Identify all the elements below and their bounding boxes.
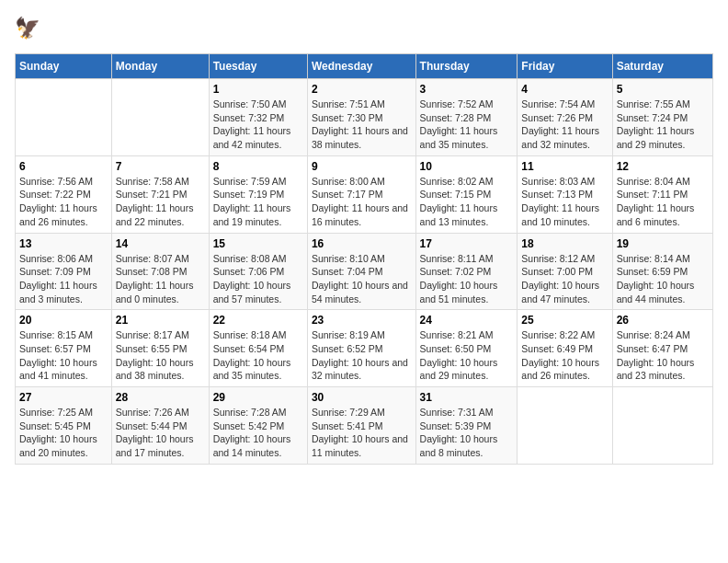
day-detail: Sunrise: 7:52 AMSunset: 7:28 PMDaylight:… [420,98,514,152]
day-number: 7 [116,160,205,173]
calendar-cell: 16Sunrise: 8:10 AMSunset: 7:04 PMDayligh… [307,233,415,310]
day-detail: Sunrise: 8:00 AMSunset: 7:17 PMDaylight:… [312,175,412,229]
day-detail: Sunrise: 7:51 AMSunset: 7:30 PMDaylight:… [312,98,412,152]
day-detail: Sunrise: 7:58 AMSunset: 7:21 PMDaylight:… [116,175,205,229]
calendar-cell: 25Sunrise: 8:22 AMSunset: 6:49 PMDayligh… [518,310,612,387]
day-detail: Sunrise: 8:24 AMSunset: 6:47 PMDaylight:… [617,328,709,383]
calendar-week-row: 20Sunrise: 8:15 AMSunset: 6:57 PMDayligh… [16,310,713,387]
calendar-cell: 18Sunrise: 8:12 AMSunset: 7:00 PMDayligh… [518,233,612,310]
calendar-cell [111,79,209,156]
calendar-cell: 21Sunrise: 8:17 AMSunset: 6:55 PMDayligh… [111,310,209,387]
weekday-header: Wednesday [307,54,415,79]
day-detail: Sunrise: 7:31 AMSunset: 5:39 PMDaylight:… [420,406,514,460]
day-number: 17 [420,237,514,250]
weekday-header: Sunday [16,54,112,79]
day-detail: Sunrise: 8:21 AMSunset: 6:50 PMDaylight:… [420,328,514,383]
day-detail: Sunrise: 8:10 AMSunset: 7:04 PMDaylight:… [312,252,412,306]
day-detail: Sunrise: 8:11 AMSunset: 7:02 PMDaylight:… [420,252,514,306]
calendar-cell: 13Sunrise: 8:06 AMSunset: 7:09 PMDayligh… [16,233,112,310]
calendar-cell: 29Sunrise: 7:28 AMSunset: 5:42 PMDayligh… [209,387,307,465]
calendar-cell: 2Sunrise: 7:51 AMSunset: 7:30 PMDaylight… [307,79,415,156]
calendar-cell: 10Sunrise: 8:02 AMSunset: 7:15 PMDayligh… [415,155,518,233]
day-number: 28 [116,391,205,404]
day-detail: Sunrise: 7:50 AMSunset: 7:32 PMDaylight:… [213,98,303,152]
day-number: 8 [213,160,303,173]
day-detail: Sunrise: 8:19 AMSunset: 6:52 PMDaylight:… [312,328,412,383]
day-number: 14 [116,237,205,250]
day-number: 2 [312,83,412,96]
day-number: 25 [521,314,608,327]
day-detail: Sunrise: 8:12 AMSunset: 7:00 PMDaylight:… [521,252,608,306]
weekday-header: Monday [111,54,209,79]
calendar-week-row: 1Sunrise: 7:50 AMSunset: 7:32 PMDaylight… [16,79,713,156]
day-detail: Sunrise: 8:04 AMSunset: 7:11 PMDaylight:… [617,175,709,229]
calendar-body: 1Sunrise: 7:50 AMSunset: 7:32 PMDaylight… [16,79,713,465]
day-number: 30 [312,391,412,404]
day-number: 1 [213,83,303,96]
day-number: 16 [312,237,412,250]
calendar-cell: 31Sunrise: 7:31 AMSunset: 5:39 PMDayligh… [415,387,518,465]
day-detail: Sunrise: 8:18 AMSunset: 6:54 PMDaylight:… [213,328,303,383]
calendar-cell: 3Sunrise: 7:52 AMSunset: 7:28 PMDaylight… [415,79,518,156]
calendar-table: SundayMondayTuesdayWednesdayThursdayFrid… [15,53,713,465]
day-detail: Sunrise: 7:56 AMSunset: 7:22 PMDaylight:… [19,175,108,229]
calendar-cell: 19Sunrise: 8:14 AMSunset: 6:59 PMDayligh… [612,233,712,310]
day-number: 15 [213,237,303,250]
calendar-cell: 17Sunrise: 8:11 AMSunset: 7:02 PMDayligh… [415,233,518,310]
calendar-cell: 9Sunrise: 8:00 AMSunset: 7:17 PMDaylight… [307,155,415,233]
day-detail: Sunrise: 7:28 AMSunset: 5:42 PMDaylight:… [213,406,303,460]
day-detail: Sunrise: 8:03 AMSunset: 7:13 PMDaylight:… [521,175,608,229]
day-detail: Sunrise: 8:22 AMSunset: 6:49 PMDaylight:… [521,328,608,383]
calendar-cell: 12Sunrise: 8:04 AMSunset: 7:11 PMDayligh… [612,155,712,233]
day-number: 11 [521,160,608,173]
logo: 🦅 [15,15,48,44]
svg-text:🦅: 🦅 [15,16,40,40]
calendar-cell: 5Sunrise: 7:55 AMSunset: 7:24 PMDaylight… [612,79,712,156]
calendar-cell: 27Sunrise: 7:25 AMSunset: 5:45 PMDayligh… [16,387,112,465]
day-number: 26 [617,314,709,327]
calendar-header-row: SundayMondayTuesdayWednesdayThursdayFrid… [16,54,713,79]
day-number: 4 [521,83,608,96]
calendar-cell: 22Sunrise: 8:18 AMSunset: 6:54 PMDayligh… [209,310,307,387]
day-number: 13 [19,237,108,250]
day-number: 6 [19,160,108,173]
day-detail: Sunrise: 7:25 AMSunset: 5:45 PMDaylight:… [19,406,108,460]
calendar-cell: 4Sunrise: 7:54 AMSunset: 7:26 PMDaylight… [518,79,612,156]
calendar-cell [16,79,112,156]
day-detail: Sunrise: 7:59 AMSunset: 7:19 PMDaylight:… [213,175,303,229]
weekday-header: Thursday [415,54,518,79]
day-number: 20 [19,314,108,327]
calendar-week-row: 13Sunrise: 8:06 AMSunset: 7:09 PMDayligh… [16,233,713,310]
calendar-cell: 8Sunrise: 7:59 AMSunset: 7:19 PMDaylight… [209,155,307,233]
day-detail: Sunrise: 7:55 AMSunset: 7:24 PMDaylight:… [617,98,709,152]
day-number: 10 [420,160,514,173]
day-number: 31 [420,391,514,404]
calendar-week-row: 27Sunrise: 7:25 AMSunset: 5:45 PMDayligh… [16,387,713,465]
day-detail: Sunrise: 8:02 AMSunset: 7:15 PMDaylight:… [420,175,514,229]
weekday-header: Tuesday [209,54,307,79]
day-detail: Sunrise: 8:07 AMSunset: 7:08 PMDaylight:… [116,252,205,306]
day-number: 3 [420,83,514,96]
calendar-cell [612,387,712,465]
day-detail: Sunrise: 8:17 AMSunset: 6:55 PMDaylight:… [116,328,205,383]
calendar-cell: 7Sunrise: 7:58 AMSunset: 7:21 PMDaylight… [111,155,209,233]
calendar-cell: 1Sunrise: 7:50 AMSunset: 7:32 PMDaylight… [209,79,307,156]
day-detail: Sunrise: 8:15 AMSunset: 6:57 PMDaylight:… [19,328,108,383]
calendar-cell: 23Sunrise: 8:19 AMSunset: 6:52 PMDayligh… [307,310,415,387]
day-detail: Sunrise: 8:14 AMSunset: 6:59 PMDaylight:… [617,252,709,306]
calendar-cell: 11Sunrise: 8:03 AMSunset: 7:13 PMDayligh… [518,155,612,233]
calendar-cell: 15Sunrise: 8:08 AMSunset: 7:06 PMDayligh… [209,233,307,310]
day-number: 29 [213,391,303,404]
calendar-cell [518,387,612,465]
day-number: 21 [116,314,205,327]
calendar-cell: 24Sunrise: 8:21 AMSunset: 6:50 PMDayligh… [415,310,518,387]
calendar-cell: 28Sunrise: 7:26 AMSunset: 5:44 PMDayligh… [111,387,209,465]
day-number: 22 [213,314,303,327]
day-number: 24 [420,314,514,327]
calendar-week-row: 6Sunrise: 7:56 AMSunset: 7:22 PMDaylight… [16,155,713,233]
logo-bird-icon: 🦅 [15,15,44,44]
day-number: 18 [521,237,608,250]
day-detail: Sunrise: 8:08 AMSunset: 7:06 PMDaylight:… [213,252,303,306]
day-detail: Sunrise: 7:54 AMSunset: 7:26 PMDaylight:… [521,98,608,152]
day-detail: Sunrise: 8:06 AMSunset: 7:09 PMDaylight:… [19,252,108,306]
